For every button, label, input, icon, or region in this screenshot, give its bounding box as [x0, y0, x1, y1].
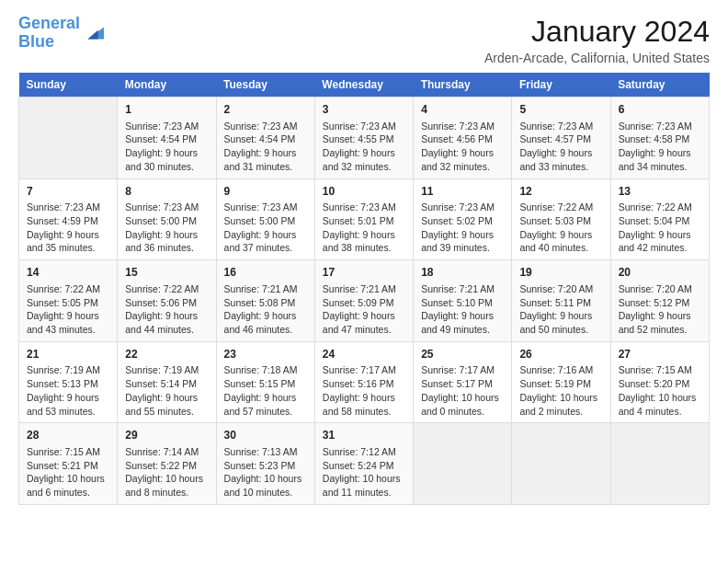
calendar-cell: 29Sunrise: 7:14 AMSunset: 5:22 PMDayligh…	[118, 423, 216, 505]
day-info: Sunrise: 7:21 AMSunset: 5:10 PMDaylight:…	[421, 282, 504, 337]
calendar-cell	[512, 423, 610, 505]
day-info: Sunrise: 7:16 AMSunset: 5:19 PMDaylight:…	[519, 363, 602, 418]
day-info: Sunrise: 7:17 AMSunset: 5:17 PMDaylight:…	[421, 363, 504, 418]
day-number: 27	[619, 347, 701, 362]
day-info: Sunrise: 7:14 AMSunset: 5:22 PMDaylight:…	[125, 445, 208, 500]
day-number: 8	[125, 184, 208, 200]
page-header: GeneralBlue January 2024 Arden-Arcade, C…	[18, 15, 710, 65]
day-info: Sunrise: 7:22 AMSunset: 5:04 PMDaylight:…	[619, 201, 701, 255]
day-number: 26	[519, 347, 602, 362]
day-number: 18	[421, 265, 504, 281]
day-number: 16	[224, 265, 307, 281]
day-number: 29	[125, 428, 208, 443]
day-info: Sunrise: 7:23 AMSunset: 4:54 PMDaylight:…	[224, 120, 307, 174]
calendar-cell: 1Sunrise: 7:23 AMSunset: 4:54 PMDaylight…	[118, 98, 216, 179]
day-info: Sunrise: 7:21 AMSunset: 5:08 PMDaylight:…	[224, 282, 307, 337]
calendar-cell: 7Sunrise: 7:23 AMSunset: 4:59 PMDaylight…	[19, 178, 118, 260]
calendar-cell: 14Sunrise: 7:22 AMSunset: 5:05 PMDayligh…	[19, 260, 118, 342]
logo-text: GeneralBlue	[18, 15, 80, 52]
day-info: Sunrise: 7:22 AMSunset: 5:05 PMDaylight:…	[27, 282, 109, 337]
calendar-cell: 11Sunrise: 7:23 AMSunset: 5:02 PMDayligh…	[414, 178, 512, 260]
day-info: Sunrise: 7:23 AMSunset: 4:58 PMDaylight:…	[619, 120, 701, 174]
day-number: 17	[323, 265, 405, 281]
day-info: Sunrise: 7:23 AMSunset: 4:57 PMDaylight:…	[519, 120, 602, 174]
day-info: Sunrise: 7:18 AMSunset: 5:15 PMDaylight:…	[224, 363, 307, 418]
header-row: Sunday Monday Tuesday Wednesday Thursday…	[19, 73, 710, 98]
day-number: 22	[125, 347, 208, 362]
day-number: 15	[125, 265, 208, 281]
week-row-2: 7Sunrise: 7:23 AMSunset: 4:59 PMDaylight…	[19, 178, 710, 260]
col-tuesday: Tuesday	[216, 73, 314, 98]
day-info: Sunrise: 7:13 AMSunset: 5:23 PMDaylight:…	[224, 445, 307, 500]
col-thursday: Thursday	[414, 73, 512, 98]
calendar-cell: 21Sunrise: 7:19 AMSunset: 5:13 PMDayligh…	[19, 341, 118, 423]
day-number: 11	[421, 184, 504, 200]
calendar-cell: 9Sunrise: 7:23 AMSunset: 5:00 PMDaylight…	[216, 178, 314, 260]
day-number: 30	[224, 428, 307, 443]
calendar-cell: 20Sunrise: 7:20 AMSunset: 5:12 PMDayligh…	[610, 260, 709, 342]
calendar-cell: 3Sunrise: 7:23 AMSunset: 4:55 PMDaylight…	[314, 98, 413, 179]
calendar-cell: 26Sunrise: 7:16 AMSunset: 5:19 PMDayligh…	[512, 341, 610, 423]
location: Arden-Arcade, California, United States	[484, 51, 710, 65]
week-row-1: 1Sunrise: 7:23 AMSunset: 4:54 PMDaylight…	[19, 98, 710, 179]
day-number: 9	[224, 184, 307, 200]
calendar-cell: 19Sunrise: 7:20 AMSunset: 5:11 PMDayligh…	[512, 260, 610, 342]
calendar-cell	[19, 98, 118, 179]
logo: GeneralBlue	[18, 15, 104, 52]
day-number: 12	[519, 184, 602, 200]
calendar-cell: 10Sunrise: 7:23 AMSunset: 5:01 PMDayligh…	[314, 178, 413, 260]
day-info: Sunrise: 7:23 AMSunset: 5:02 PMDaylight:…	[421, 201, 504, 255]
day-info: Sunrise: 7:15 AMSunset: 5:20 PMDaylight:…	[619, 363, 701, 418]
day-info: Sunrise: 7:23 AMSunset: 4:54 PMDaylight:…	[125, 120, 208, 174]
day-number: 4	[421, 102, 504, 118]
day-number: 28	[27, 428, 109, 443]
calendar-cell: 18Sunrise: 7:21 AMSunset: 5:10 PMDayligh…	[414, 260, 512, 342]
calendar-cell: 4Sunrise: 7:23 AMSunset: 4:56 PMDaylight…	[414, 98, 512, 179]
day-number: 13	[619, 184, 701, 200]
logo-icon	[82, 24, 104, 42]
day-number: 5	[519, 102, 602, 118]
calendar-cell: 12Sunrise: 7:22 AMSunset: 5:03 PMDayligh…	[512, 178, 610, 260]
calendar-cell: 28Sunrise: 7:15 AMSunset: 5:21 PMDayligh…	[19, 423, 118, 505]
day-number: 20	[619, 265, 701, 281]
calendar-cell: 24Sunrise: 7:17 AMSunset: 5:16 PMDayligh…	[314, 341, 413, 423]
day-info: Sunrise: 7:12 AMSunset: 5:24 PMDaylight:…	[323, 445, 405, 500]
day-info: Sunrise: 7:23 AMSunset: 4:55 PMDaylight:…	[323, 120, 405, 174]
day-number: 31	[323, 428, 405, 443]
week-row-3: 14Sunrise: 7:22 AMSunset: 5:05 PMDayligh…	[19, 260, 710, 342]
day-number: 19	[519, 265, 602, 281]
day-number: 6	[619, 102, 701, 118]
day-number: 21	[27, 347, 109, 362]
day-info: Sunrise: 7:23 AMSunset: 5:00 PMDaylight:…	[224, 201, 307, 255]
col-saturday: Saturday	[610, 73, 709, 98]
calendar-cell: 2Sunrise: 7:23 AMSunset: 4:54 PMDaylight…	[216, 98, 314, 179]
day-number: 25	[421, 347, 504, 362]
day-info: Sunrise: 7:21 AMSunset: 5:09 PMDaylight:…	[323, 282, 405, 337]
day-info: Sunrise: 7:20 AMSunset: 5:11 PMDaylight:…	[519, 282, 602, 337]
day-info: Sunrise: 7:19 AMSunset: 5:13 PMDaylight:…	[27, 363, 109, 418]
calendar-cell: 5Sunrise: 7:23 AMSunset: 4:57 PMDaylight…	[512, 98, 610, 179]
col-sunday: Sunday	[19, 73, 118, 98]
calendar-cell: 15Sunrise: 7:22 AMSunset: 5:06 PMDayligh…	[118, 260, 216, 342]
week-row-5: 28Sunrise: 7:15 AMSunset: 5:21 PMDayligh…	[19, 423, 710, 505]
day-info: Sunrise: 7:17 AMSunset: 5:16 PMDaylight:…	[323, 363, 405, 418]
day-info: Sunrise: 7:23 AMSunset: 4:59 PMDaylight:…	[27, 201, 109, 255]
calendar-cell: 25Sunrise: 7:17 AMSunset: 5:17 PMDayligh…	[414, 341, 512, 423]
day-number: 1	[125, 102, 208, 118]
day-number: 24	[323, 347, 405, 362]
calendar-cell: 31Sunrise: 7:12 AMSunset: 5:24 PMDayligh…	[314, 423, 413, 505]
col-friday: Friday	[512, 73, 610, 98]
day-info: Sunrise: 7:19 AMSunset: 5:14 PMDaylight:…	[125, 363, 208, 418]
day-number: 10	[323, 184, 405, 200]
col-monday: Monday	[118, 73, 216, 98]
calendar-cell: 23Sunrise: 7:18 AMSunset: 5:15 PMDayligh…	[216, 341, 314, 423]
calendar-cell: 16Sunrise: 7:21 AMSunset: 5:08 PMDayligh…	[216, 260, 314, 342]
calendar-cell: 27Sunrise: 7:15 AMSunset: 5:20 PMDayligh…	[610, 341, 709, 423]
day-info: Sunrise: 7:23 AMSunset: 4:56 PMDaylight:…	[421, 120, 504, 174]
day-info: Sunrise: 7:23 AMSunset: 5:00 PMDaylight:…	[125, 201, 208, 255]
day-info: Sunrise: 7:23 AMSunset: 5:01 PMDaylight:…	[323, 201, 405, 255]
week-row-4: 21Sunrise: 7:19 AMSunset: 5:13 PMDayligh…	[19, 341, 710, 423]
calendar-cell	[414, 423, 512, 505]
day-number: 2	[224, 102, 307, 118]
day-number: 23	[224, 347, 307, 362]
